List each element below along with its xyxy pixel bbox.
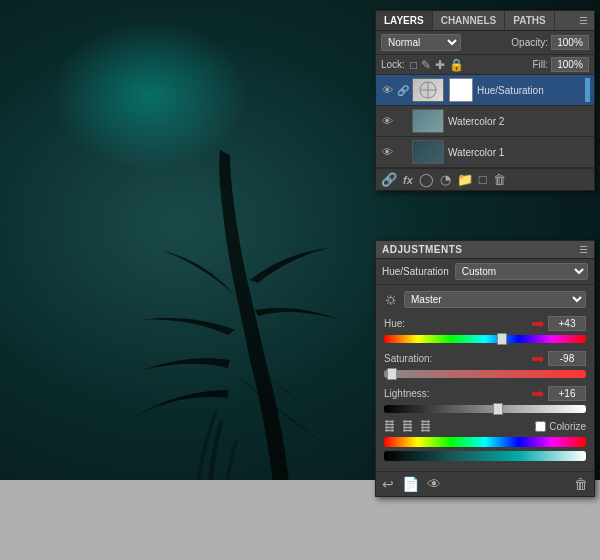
add-mask-icon[interactable]: ◯	[419, 172, 434, 187]
hue-label-row: Hue: ➡	[384, 314, 586, 333]
layer-name-watercolor1: Watercolor 1	[448, 147, 590, 158]
lightness-track[interactable]	[384, 405, 586, 413]
fx-icon[interactable]: fx	[403, 174, 413, 186]
layer-thumb-huesat	[412, 78, 444, 102]
layer-eye-huesat[interactable]: 👁	[380, 83, 394, 97]
layer-link-huesat: 🔗	[398, 83, 408, 97]
fill-label: Fill:	[532, 59, 548, 70]
colorize-row: 🛤 🛤 🛤 Colorize	[384, 419, 586, 433]
colorize-icons: 🛤 🛤 🛤	[384, 419, 432, 433]
channel-select[interactable]: Master	[404, 291, 586, 308]
saturation-label: Saturation:	[384, 353, 444, 364]
panel-tabs: LAYERS CHANNELS PATHS ☰	[376, 11, 594, 31]
layers-rows-container: 👁 🔗 Hue/Saturation 👁 Watercolor 2 �	[376, 75, 594, 190]
saturation-slider-row: Saturation: ➡	[384, 349, 586, 378]
layer-name-watercolor2: Watercolor 2	[448, 116, 590, 127]
layers-panel: LAYERS CHANNELS PATHS ☰ Normal Opacity: …	[375, 10, 595, 191]
sat-label-row: Saturation: ➡	[384, 349, 586, 368]
tab-paths[interactable]: PATHS	[505, 11, 554, 30]
delete-layer-icon[interactable]: 🗑	[493, 172, 506, 187]
color-gradient-bar	[384, 437, 586, 447]
layer-active-indicator	[585, 78, 590, 102]
lightness-slider-row: Lightness: ➡	[384, 384, 586, 413]
layer-row-watercolor1[interactable]: 👁 Watercolor 1	[376, 137, 594, 168]
light-label-row: Lightness: ➡	[384, 384, 586, 403]
colorize-check: Colorize	[535, 421, 586, 432]
lock-all-icon[interactable]: 🔒	[449, 58, 464, 72]
layer-link-watercolor1	[398, 145, 408, 159]
layer-name-huesat: Hue/Saturation	[477, 85, 581, 96]
colorize-label: Colorize	[549, 421, 586, 432]
adjustments-bottom-toolbar: ↩ 📄 👁 🗑	[376, 471, 594, 496]
adjustments-subtitle: Hue/Saturation	[382, 266, 449, 277]
saturation-arrow-icon: ➡	[531, 349, 544, 368]
adjustments-panel: ADJUSTMENTS ☰ Hue/Saturation Custom ⛭ Ma…	[375, 240, 595, 497]
lock-label: Lock:	[381, 59, 405, 70]
hue-value[interactable]	[548, 316, 586, 331]
color-gradient-bar-result	[384, 451, 586, 461]
saturation-track[interactable]	[384, 370, 586, 378]
lock-icons: □ ✎ ✚ 🔒	[410, 58, 464, 72]
layer-row-watercolor2[interactable]: 👁 Watercolor 2	[376, 106, 594, 137]
lock-pixels-icon[interactable]: ✎	[421, 58, 431, 72]
lightness-thumb[interactable]	[493, 403, 503, 415]
fill-area: Fill:	[532, 57, 589, 72]
hue-slider-row: Hue: ➡	[384, 314, 586, 343]
layer-row-huesat[interactable]: 👁 🔗 Hue/Saturation	[376, 75, 594, 106]
adjustments-title: ADJUSTMENTS	[382, 244, 463, 255]
blend-mode-select[interactable]: Normal	[381, 34, 461, 51]
layer-link-watercolor2	[398, 114, 408, 128]
eyedropper-plus-icon[interactable]: 🛤	[402, 419, 414, 433]
fill-input[interactable]	[551, 57, 589, 72]
layer-thumb-watercolor2	[412, 109, 444, 133]
lightness-arrow-icon: ➡	[531, 384, 544, 403]
new-layer-icon[interactable]: □	[479, 172, 487, 187]
lock-position-icon[interactable]: ✚	[435, 58, 445, 72]
lock-transparent-icon[interactable]: □	[410, 58, 417, 72]
folder-icon[interactable]: 📁	[457, 172, 473, 187]
link-layers-icon[interactable]: 🔗	[381, 172, 397, 187]
opacity-input[interactable]	[551, 35, 589, 50]
hue-thumb[interactable]	[497, 333, 507, 345]
channel-select-icon: ⛭	[384, 292, 398, 308]
opacity-area: Opacity:	[511, 35, 589, 50]
lightness-value[interactable]	[548, 386, 586, 401]
preset-select[interactable]: Custom	[455, 263, 588, 280]
lock-row: Lock: □ ✎ ✚ 🔒 Fill:	[376, 55, 594, 75]
hue-label: Hue:	[384, 318, 444, 329]
layers-bottom-toolbar: 🔗 fx ◯ ◔ 📁 □ 🗑	[376, 168, 594, 190]
channel-row: ⛭ Master	[384, 291, 586, 308]
saturation-thumb[interactable]	[387, 368, 397, 380]
adjustments-header: ADJUSTMENTS ☰	[376, 241, 594, 259]
eyedropper-minus-icon[interactable]: 🛤	[420, 419, 432, 433]
eyedropper-icon[interactable]: 🛤	[384, 419, 396, 433]
hue-arrow-icon: ➡	[531, 314, 544, 333]
new-adjustment-icon[interactable]: 📄	[402, 476, 419, 492]
lightness-label: Lightness:	[384, 388, 444, 399]
adjustments-menu-icon[interactable]: ☰	[579, 244, 588, 255]
hue-track[interactable]	[384, 335, 586, 343]
trash-adjustment-icon[interactable]: 🗑	[574, 476, 588, 492]
tab-layers[interactable]: LAYERS	[376, 11, 433, 30]
eye-adjustment-icon[interactable]: 👁	[427, 476, 441, 492]
colorize-checkbox[interactable]	[535, 421, 546, 432]
layers-toolbar: Normal Opacity:	[376, 31, 594, 55]
layer-mask-thumb-huesat	[449, 78, 473, 102]
layers-panel-menu-icon[interactable]: ☰	[573, 11, 594, 30]
opacity-label: Opacity:	[511, 37, 548, 48]
adjustments-subheader: Hue/Saturation Custom	[376, 259, 594, 285]
layer-eye-watercolor2[interactable]: 👁	[380, 114, 394, 128]
saturation-value[interactable]	[548, 351, 586, 366]
layer-eye-watercolor1[interactable]: 👁	[380, 145, 394, 159]
adjustments-body: ⛭ Master Hue: ➡ Saturation: ➡	[376, 285, 594, 471]
return-to-adjustment-icon[interactable]: ↩	[382, 476, 394, 492]
layer-thumb-watercolor1	[412, 140, 444, 164]
adjustment-icon[interactable]: ◔	[440, 172, 451, 187]
tab-channels[interactable]: CHANNELS	[433, 11, 506, 30]
